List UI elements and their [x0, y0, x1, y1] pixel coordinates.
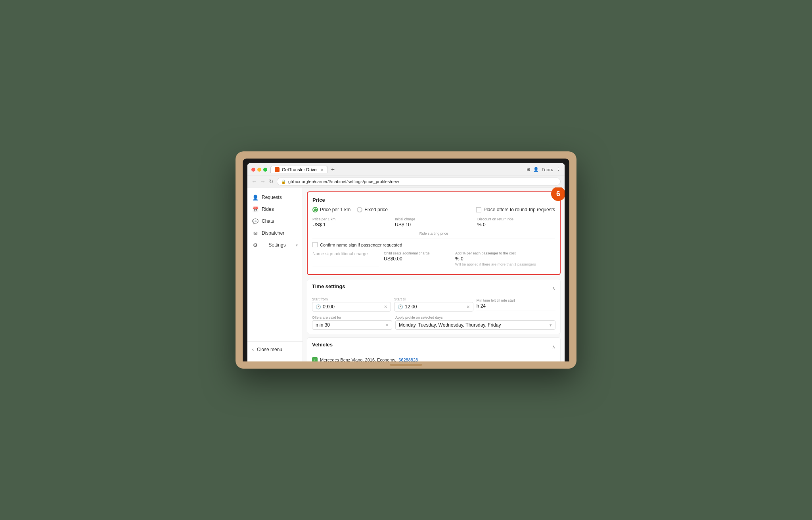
- main-content: 6 Price Price per 1 km Fixed price: [303, 187, 565, 361]
- tab-close-icon[interactable]: ✕: [320, 168, 324, 172]
- settings-expand-icon: ▾: [296, 243, 298, 247]
- name-sign-input[interactable]: Name sign additional charge: [312, 251, 379, 266]
- round-trip-checkbox-option[interactable]: Place offers to round-trip requests: [476, 207, 555, 212]
- initial-charge-value: US$ 10: [395, 222, 473, 228]
- vehicle-checkbox[interactable]: ✓: [312, 357, 318, 361]
- laptop-notch: [390, 364, 422, 366]
- menu-icon[interactable]: ⋮: [556, 167, 561, 172]
- collapse-icon[interactable]: ∧: [552, 286, 555, 291]
- days-value: Monday, Tuesday, Wednesday, Thursday, Fr…: [399, 322, 550, 328]
- price-per-km-group: Price per 1 km US$ 1: [312, 217, 390, 228]
- sidebar-nav: 👤 Requests 📅 Rides 💬 Chats: [247, 191, 303, 341]
- initial-charge-group: Initial charge US$ 10: [395, 217, 473, 228]
- price-per-km-field-label: Price per 1 km: [312, 217, 390, 221]
- refresh-button[interactable]: ↻: [269, 178, 274, 185]
- vehicle-link[interactable]: 66288828: [398, 358, 418, 361]
- fixed-price-radio[interactable]: [357, 207, 362, 212]
- sidebar-item-rides[interactable]: 📅 Rides: [247, 203, 303, 215]
- profile-icon[interactable]: 👤: [533, 167, 539, 172]
- rides-icon: 📅: [252, 206, 259, 212]
- requests-icon: 👤: [252, 194, 259, 201]
- offers-label: Offers are valid for: [312, 315, 392, 319]
- start-till-input[interactable]: 🕐 12:00 ✕: [394, 302, 473, 312]
- sidebar-label-chats: Chats: [262, 218, 274, 224]
- add-percent-group: Add % per each passenger to the cost % 0…: [455, 251, 555, 266]
- price-section: 6 Price Price per 1 km Fixed price: [307, 191, 561, 275]
- settings-icon: ⚙: [252, 242, 259, 248]
- extensions-icon[interactable]: ⊞: [527, 167, 530, 172]
- new-tab-button[interactable]: +: [329, 166, 336, 173]
- days-dropdown-icon[interactable]: ▾: [550, 323, 552, 328]
- start-from-label: Start from: [312, 297, 391, 301]
- start-from-input[interactable]: 🕐 09:00 ✕: [312, 302, 391, 312]
- clear-start-till-button[interactable]: ✕: [466, 304, 470, 310]
- close-menu-icon: ‹: [252, 347, 254, 352]
- sidebar: 👤 Requests 📅 Rides 💬 Chats: [247, 187, 303, 361]
- discount-label: Discount on return ride: [477, 217, 555, 221]
- sidebar-item-requests[interactable]: 👤 Requests: [247, 191, 303, 203]
- sidebar-label-settings: Settings: [268, 242, 285, 248]
- start-from-value: 09:00: [323, 304, 382, 310]
- initial-charge-label: Initial charge: [395, 217, 473, 221]
- time-settings-header: Time settings ∧: [312, 283, 555, 293]
- clear-offers-button[interactable]: ✕: [385, 323, 389, 328]
- price-per-km-value: US$ 1: [312, 222, 390, 228]
- start-till-field: Start till 🕐 12:00 ✕: [394, 297, 473, 312]
- ride-starting-price-label: Ride starting price: [312, 231, 555, 235]
- tab-bar: GetTransfer Driver ✕ +: [270, 166, 523, 173]
- sidebar-item-chats[interactable]: 💬 Chats: [247, 215, 303, 227]
- url-text: gtrbox.org/en/carrier/#/cabinet/settings…: [288, 179, 399, 184]
- offers-input[interactable]: min 30 ✕: [312, 320, 392, 330]
- child-seats-label: Child seats additional charge: [384, 251, 450, 255]
- name-sign-group: Name sign additional charge: [312, 251, 379, 266]
- chats-icon: 💬: [252, 218, 259, 224]
- sidebar-label-rides: Rides: [262, 206, 274, 212]
- time-settings-title: Time settings: [312, 283, 345, 289]
- fixed-price-option[interactable]: Fixed price: [357, 207, 388, 212]
- days-input[interactable]: Monday, Tuesday, Wednesday, Thursday, Fr…: [395, 320, 555, 330]
- url-bar[interactable]: 🔒 gtrbox.org/en/carrier/#/cabinet/settin…: [277, 178, 561, 185]
- vehicles-section: Vehicles ∧ ✓ Mercedes Benz Viano, 2016, …: [307, 337, 561, 361]
- maximize-button[interactable]: [263, 168, 267, 172]
- vehicles-collapse-icon[interactable]: ∧: [552, 344, 555, 350]
- price-per-km-radio[interactable]: [312, 207, 318, 212]
- start-till-value: 12:00: [405, 304, 464, 310]
- tab-label: GetTransfer Driver: [282, 167, 318, 172]
- name-sign-row: Name sign additional charge Child seats …: [312, 251, 555, 266]
- sidebar-item-dispatcher[interactable]: ✉ Dispatcher: [247, 227, 303, 239]
- days-field: Apply profile on selected days Monday, T…: [395, 315, 555, 330]
- minimize-button[interactable]: [257, 168, 261, 172]
- min-time-value: h 24: [477, 303, 555, 310]
- close-button[interactable]: [251, 168, 255, 172]
- round-trip-label: Place offers to round-trip requests: [483, 207, 555, 212]
- clock-icon-1: 🕐: [316, 304, 321, 310]
- price-fields-row: Price per 1 km US$ 1 Initial charge US$ …: [312, 217, 555, 228]
- traffic-lights: [251, 168, 267, 172]
- confirm-name-checkbox[interactable]: [312, 242, 318, 247]
- dispatcher-icon: ✉: [252, 230, 259, 236]
- clear-start-from-button[interactable]: ✕: [384, 304, 387, 310]
- min-time-group: Min time left till ride start h 24: [477, 298, 555, 310]
- time-fields-row: Start from 🕐 09:00 ✕ Start till: [312, 297, 555, 312]
- price-per-km-option[interactable]: Price per 1 km: [312, 207, 350, 212]
- laptop-base: [243, 361, 569, 369]
- lock-icon: 🔒: [281, 180, 286, 184]
- confirm-name-label: Confirm name sign if passenger requested: [320, 243, 402, 247]
- browser-chrome: GetTransfer Driver ✕ + ⊞ 👤 Гость ⋮: [247, 163, 565, 176]
- active-tab[interactable]: GetTransfer Driver ✕: [270, 166, 328, 173]
- close-menu-button[interactable]: ‹ Close menu: [247, 344, 303, 355]
- min-time-label: Min time left till ride start: [477, 298, 555, 302]
- browser-content: 👤 Requests 📅 Rides 💬 Chats: [247, 187, 565, 361]
- back-button[interactable]: ←: [251, 178, 257, 185]
- address-bar-row: ← → ↻ 🔒 gtrbox.org/en/carrier/#/cabinet/…: [247, 176, 565, 187]
- price-per-km-label: Price per 1 km: [320, 207, 350, 212]
- user-label: Гость: [542, 167, 553, 172]
- confirm-name-row: Confirm name sign if passenger requested: [312, 242, 555, 247]
- discount-value: % 0: [477, 222, 555, 228]
- browser-actions: ⊞ 👤 Гость ⋮: [527, 167, 561, 172]
- step-badge: 6: [551, 187, 565, 201]
- forward-button[interactable]: →: [260, 178, 266, 185]
- round-trip-checkbox[interactable]: [476, 207, 481, 212]
- sidebar-item-settings[interactable]: ⚙ Settings ▾: [247, 239, 303, 251]
- start-till-label: Start till: [394, 297, 473, 301]
